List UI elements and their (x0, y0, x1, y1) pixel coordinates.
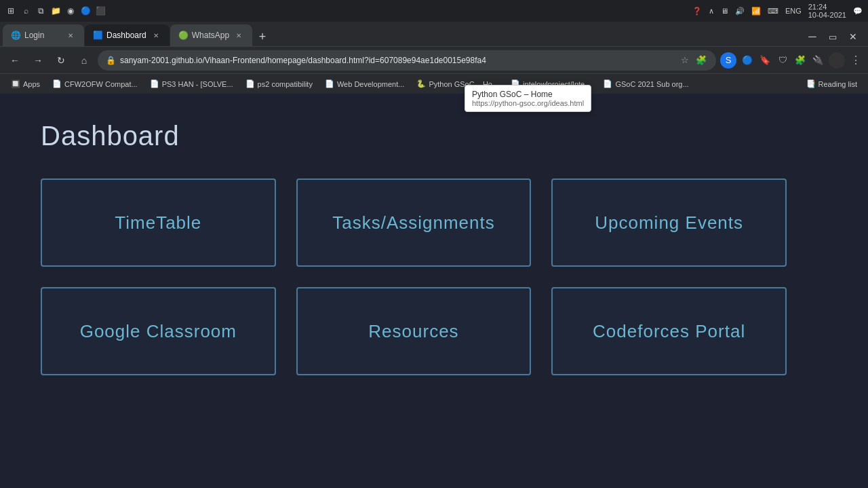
apps-favicon: 🔲 (11, 79, 20, 88)
webdev-favicon: 📄 (325, 79, 334, 88)
card-codeforces[interactable]: Codeforces Portal (551, 287, 787, 375)
card-classroom-label: Google Classroom (80, 321, 237, 342)
close-button[interactable]: ✕ (844, 27, 863, 46)
tab-whatsapp-favicon: 🟢 (178, 31, 188, 40)
tab-whatsapp-title: WhatsApp (192, 31, 229, 40)
extension-3-icon[interactable]: 🛡 (776, 54, 789, 67)
title-bar: ⊞ ⌕ ⧉ 📁 ◉ 🔵 ⬛ ❓ ∧ 🖥 🔊 📶 ⌨ ENG 21:24 10-0… (0, 0, 868, 22)
tab-dashboard-title: Dashboard (106, 31, 146, 40)
notifications-icon[interactable]: 💬 (853, 7, 863, 16)
refresh-button[interactable]: ↻ (52, 51, 71, 70)
card-tasks[interactable]: Tasks/Assignments (296, 179, 532, 267)
tab-dashboard-favicon: 🟦 (93, 31, 102, 40)
python-favicon: 🐍 (416, 79, 426, 88)
card-tasks-label: Tasks/Assignments (332, 212, 495, 233)
bookmark-ps2compat[interactable]: 📄 ps2 compatibility (240, 78, 318, 90)
tooltip-title: Python GSoC – Home (472, 90, 584, 99)
title-bar-right: ❓ ∧ 🖥 🔊 📶 ⌨ ENG 21:24 10-04-2021 💬 (692, 3, 863, 19)
gsoc-favicon: 📄 (603, 79, 612, 88)
taskview-icon[interactable]: ⧉ (35, 5, 46, 16)
tooltip-url: https://python-gsoc.org/ideas.html (472, 99, 584, 107)
system-tray-chevron[interactable]: ∧ (709, 7, 714, 16)
ps2-favicon: 📄 (245, 79, 255, 88)
address-bar-row: ← → ↻ ⌂ 🔒 sanyam-2001.github.io/Vihaan-F… (0, 46, 868, 73)
help-icon[interactable]: ❓ (692, 7, 702, 16)
network-icon[interactable]: 📶 (751, 7, 761, 16)
tab-login-close[interactable]: ✕ (65, 30, 76, 41)
page-title: Dashboard (41, 121, 827, 151)
new-tab-button[interactable]: + (253, 27, 272, 46)
monitor-icon: 🖥 (721, 7, 728, 15)
tab-login-favicon: 🌐 (11, 31, 20, 40)
tab-whatsapp-close[interactable]: ✕ (233, 30, 244, 41)
bookmark-readinglist[interactable]: 📑 Reading list (801, 78, 863, 90)
profile-avatar[interactable]: S (720, 52, 736, 69)
url-text: sanyam-2001.github.io/Vihaan-Frontend/ho… (120, 56, 674, 65)
lock-icon: 🔒 (106, 56, 116, 65)
tabs-bar: 🌐 Login ✕ 🟦 Dashboard ✕ 🟢 WhatsApp ✕ + ─… (0, 22, 868, 46)
extension-4-icon[interactable]: 🧩 (793, 54, 807, 67)
card-resources[interactable]: Resources (296, 287, 532, 375)
bookmark-gsoc2021[interactable]: 📄 GSoC 2021 Sub org... (597, 78, 694, 90)
chrome-icon[interactable]: ◉ (65, 5, 76, 16)
card-classroom[interactable]: Google Classroom (41, 287, 276, 375)
card-codeforces-label: Codeforces Portal (593, 321, 745, 342)
explorer-icon[interactable]: 📁 (50, 5, 61, 16)
extensions-icon[interactable]: 🧩 (694, 54, 708, 67)
home-button[interactable]: ⌂ (75, 51, 94, 70)
link-tooltip: Python GSoC – Home https://python-gsoc.o… (465, 85, 591, 112)
lang-label: ENG (785, 7, 802, 15)
edge-icon[interactable]: 🔵 (80, 5, 91, 16)
extension-2-icon[interactable]: 🔖 (758, 54, 772, 67)
bookmark-webdev[interactable]: 📄 Web Development... (319, 78, 410, 90)
windows-icon[interactable]: ⊞ (5, 5, 16, 16)
maximize-button[interactable]: ▭ (823, 27, 842, 46)
tab-dashboard-close[interactable]: ✕ (151, 30, 161, 41)
bookmarks-bar: 🔲 Apps 📄 CFW2OFW Compat... 📄 PS3 HAN - [… (0, 73, 868, 94)
bookmark-cfw2ofw[interactable]: 📄 CFW2OFW Compat... (47, 78, 143, 90)
bookmark-apps[interactable]: 🔲 Apps (5, 78, 45, 90)
title-bar-left: ⊞ ⌕ ⧉ 📁 ◉ 🔵 ⬛ (5, 5, 106, 16)
terminal-icon[interactable]: ⬛ (95, 5, 106, 16)
ps3-favicon: 📄 (150, 79, 159, 88)
address-bar[interactable]: 🔒 sanyam-2001.github.io/Vihaan-Frontend/… (98, 50, 716, 71)
card-timetable[interactable]: TimeTable (41, 179, 276, 267)
user-avatar[interactable] (829, 52, 845, 69)
cfw-favicon: 📄 (52, 79, 62, 88)
bookmark-star-icon[interactable]: ☆ (678, 54, 692, 67)
card-events[interactable]: Upcoming Events (551, 179, 787, 267)
card-timetable-label: TimeTable (115, 212, 201, 233)
forward-button[interactable]: → (28, 51, 47, 70)
readinglist-icon: 📑 (806, 79, 816, 88)
chrome-menu-icon[interactable]: ⋮ (849, 54, 863, 67)
tab-whatsapp[interactable]: 🟢 WhatsApp ✕ (170, 24, 252, 46)
back-button[interactable]: ← (5, 51, 24, 70)
card-resources-label: Resources (368, 321, 458, 342)
tab-login[interactable]: 🌐 Login ✕ (3, 24, 84, 46)
volume-icon[interactable]: 🔊 (735, 7, 745, 16)
tab-dashboard[interactable]: 🟦 Dashboard ✕ (85, 24, 170, 46)
tab-login-title: Login (24, 31, 61, 40)
datetime: 21:24 10-04-2021 (808, 3, 846, 19)
dashboard-grid: TimeTable Tasks/Assignments Upcoming Eve… (41, 179, 787, 375)
bookmark-ps3han[interactable]: 📄 PS3 HAN - [SOLVE... (144, 78, 239, 90)
extension-1-icon[interactable]: 🔵 (741, 54, 754, 67)
keyboard-icon: ⌨ (768, 7, 778, 16)
page-content: Dashboard TimeTable Tasks/Assignments Up… (0, 94, 868, 488)
minimize-button[interactable]: ─ (803, 27, 822, 46)
search-icon[interactable]: ⌕ (20, 5, 31, 16)
card-events-label: Upcoming Events (595, 212, 743, 233)
extension-5-icon[interactable]: 🔌 (811, 54, 825, 67)
